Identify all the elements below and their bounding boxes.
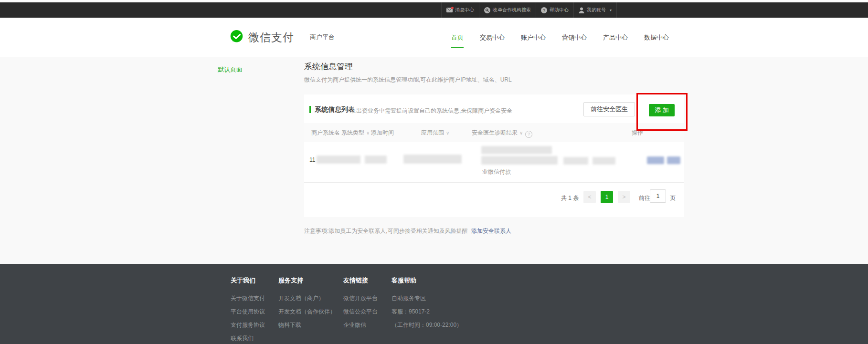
pagination-total: 共 1 条 — [561, 194, 579, 202]
platform-name: 商户平台 — [310, 33, 335, 42]
redacted-cell — [317, 156, 360, 164]
pagination: 共 1 条 < 1 > 前往 页 — [304, 188, 684, 211]
search-circle-icon — [484, 7, 490, 13]
page-title: 系统信息管理 — [304, 61, 353, 72]
redacted-cell — [563, 157, 588, 165]
question-circle-icon: ? — [541, 7, 547, 13]
nav-item-data-center[interactable]: 数据中心 — [644, 31, 669, 45]
nav-item-transaction-center[interactable]: 交易中心 — [480, 31, 505, 45]
goto-page-label: 前往 — [639, 194, 650, 202]
redacted-cell — [365, 156, 387, 164]
list-title: 系统信息列表 — [315, 105, 355, 114]
col-header-actions: 操作 — [632, 123, 643, 142]
footer-service-hours: （工作时间：09:00-22:00） — [392, 318, 462, 332]
footer-link[interactable]: 平台使用协议 — [231, 305, 265, 318]
unread-badge — [451, 7, 454, 9]
footer-link[interactable]: 物料下载 — [278, 318, 336, 332]
nav-item-product-center[interactable]: 产品中心 — [603, 31, 628, 45]
footer-link[interactable]: 联系我们 — [231, 332, 265, 344]
topbar-item-my-account[interactable]: 我的账号 ▾ — [574, 2, 617, 18]
col-header-diagnosis[interactable]: 安全医生诊断结果∨? — [472, 123, 532, 142]
redacted-action-link[interactable] — [647, 156, 664, 164]
footer-service-phone: 客服：95017-2 — [392, 305, 462, 318]
nav-item-account-center[interactable]: 账户中心 — [521, 31, 546, 45]
pagination-page-1-button[interactable]: 1 — [601, 191, 613, 203]
list-hint: 在出资业务中需要提前设置自己的系统信息,来保障商户资金安全 — [350, 107, 512, 115]
section-accent-bar — [309, 106, 311, 113]
system-name-cell: 11 — [309, 156, 315, 163]
footer-col-support: 服务支持 开发文档（商户） 开发文档（合作伙伴） 物料下载 — [278, 276, 336, 332]
user-icon — [579, 7, 584, 13]
footer-col-title: 关于我们 — [231, 276, 265, 285]
table-header-row: 商户系统名 系统类型∨ 添加时间 应用范围∨ 安全医生诊断结果∨? 操作 — [304, 123, 684, 142]
wechat-pay-merchant-page: 消息中心 收单合作机构搜索 ? 帮助中心 我的账号 ▾ — [0, 0, 868, 344]
footer-col-title: 客服帮助 — [392, 276, 462, 285]
redacted-action-link[interactable] — [667, 156, 680, 164]
notice-line: 注意事项:添加员工为安全联系人,可同步接受相关通知及风险提醒 添加安全联系人 — [304, 227, 511, 235]
nav-item-marketing-center[interactable]: 营销中心 — [562, 31, 587, 45]
footer-col-service: 客服帮助 自助服务专区 客服：95017-2 （工作时间：09:00-22:00… — [392, 276, 462, 332]
redacted-cell — [481, 156, 558, 165]
page-description: 微信支付为商户提供统一的系统信息管理功能,可在此维护商户IP地址、域名、URL — [304, 76, 512, 84]
table-row: 11 业微信付款 — [304, 142, 684, 183]
chevron-down-icon: ▾ — [610, 8, 612, 12]
sidebar-item-default-page[interactable]: 默认页面 — [218, 65, 243, 74]
chevron-down-icon: ∨ — [366, 130, 370, 136]
topbar-menu: 消息中心 收单合作机构搜索 ? 帮助中心 我的账号 ▾ — [441, 2, 617, 18]
site-footer: 关于我们 关于微信支付 平台使用协议 支付服务协议 联系我们 服务支持 开发文档… — [0, 264, 868, 344]
brand-name: 微信支付 — [248, 30, 294, 45]
col-header-add-time: 添加时间 — [371, 123, 394, 142]
brand-divider — [302, 32, 302, 42]
footer-link[interactable]: 企业微信 — [343, 318, 378, 332]
col-header-system-name: 商户系统名 — [311, 123, 340, 142]
topbar-item-label: 消息中心 — [455, 7, 474, 13]
topbar-item-acquirer-search[interactable]: 收单合作机构搜索 — [479, 2, 536, 18]
system-info-panel: 系统信息列表 在出资业务中需要提前设置自己的系统信息,来保障商户资金安全 前往安… — [304, 94, 684, 217]
main-nav: 首页 交易中心 账户中心 营销中心 产品中心 数据中心 — [451, 18, 669, 57]
mail-icon — [446, 8, 453, 12]
footer-col-links: 友情链接 微信开放平台 微信公众平台 企业微信 — [343, 276, 378, 332]
nav-item-home[interactable]: 首页 — [451, 31, 464, 45]
col-header-system-type[interactable]: 系统类型∨ — [341, 123, 370, 142]
redacted-cell — [593, 157, 615, 165]
footer-col-title: 友情链接 — [343, 276, 378, 285]
topbar-item-label: 我的账号 — [587, 7, 606, 13]
goto-page-unit: 页 — [670, 194, 676, 202]
pagination-prev-button[interactable]: < — [583, 191, 596, 203]
topbar-item-help-center[interactable]: ? 帮助中心 — [536, 2, 574, 18]
footer-col-about: 关于我们 关于微信支付 平台使用协议 支付服务协议 联系我们 — [231, 276, 265, 344]
redacted-cell — [481, 146, 552, 154]
footer-link[interactable]: 支付服务协议 — [231, 318, 265, 332]
add-button[interactable]: 添 加 — [649, 104, 675, 116]
site-header: 微信支付 商户平台 首页 交易中心 账户中心 营销中心 产品中心 数据中心 — [0, 18, 868, 57]
redacted-cell — [403, 155, 462, 164]
topbar: 消息中心 收单合作机构搜索 ? 帮助中心 我的账号 ▾ — [0, 2, 868, 18]
footer-col-title: 服务支持 — [278, 276, 336, 285]
svg-text:?: ? — [543, 8, 545, 12]
wechat-pay-logo-icon — [229, 29, 244, 46]
footer-link[interactable]: 开发文档（合作伙伴） — [278, 305, 336, 318]
content-area: 默认页面 系统信息管理 微信支付为商户提供统一的系统信息管理功能,可在此维护商户… — [0, 57, 868, 264]
add-security-contact-link[interactable]: 添加安全联系人 — [471, 228, 511, 234]
notice-text: 注意事项:添加员工为安全联系人,可同步接受相关通知及风险提醒 — [304, 228, 468, 234]
footer-link[interactable]: 自助服务专区 — [392, 292, 462, 305]
goto-page-input[interactable] — [650, 189, 666, 203]
topbar-item-label: 收单合作机构搜索 — [493, 7, 531, 13]
chevron-down-icon: ∨ — [519, 130, 523, 136]
help-icon[interactable]: ? — [525, 131, 532, 138]
footer-link[interactable]: 开发文档（商户） — [278, 292, 336, 305]
col-header-scope[interactable]: 应用范围∨ — [421, 123, 449, 142]
topbar-item-label: 帮助中心 — [550, 7, 569, 13]
footer-link[interactable]: 微信开放平台 — [343, 292, 378, 305]
footer-link[interactable]: 关于微信支付 — [231, 292, 265, 305]
topbar-item-messages[interactable]: 消息中心 — [441, 2, 479, 18]
footer-link[interactable]: 微信公众平台 — [343, 305, 378, 318]
pagination-next-button[interactable]: > — [618, 191, 630, 203]
security-doctor-button[interactable]: 前往安全医生 — [583, 102, 635, 116]
scope-cell-text: 业微信付款 — [482, 168, 511, 176]
chevron-down-icon: ∨ — [446, 130, 449, 136]
brand-logo-group[interactable]: 微信支付 商户平台 — [229, 28, 335, 46]
